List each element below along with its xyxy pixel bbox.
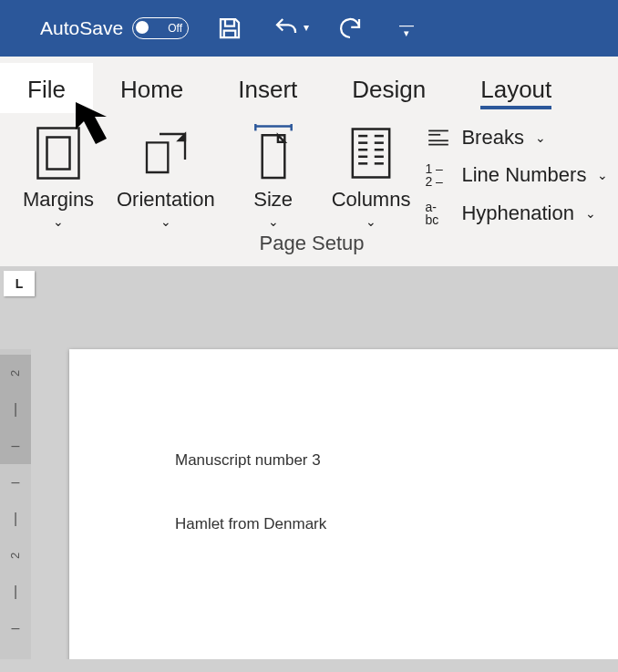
chevron-down-icon: ▾: [304, 21, 309, 34]
chevron-down-icon: ⌄: [585, 206, 596, 221]
breaks-label: Breaks: [461, 126, 523, 150]
ruler-mark: |: [14, 402, 17, 417]
svg-rect-1: [47, 138, 70, 170]
svg-rect-0: [38, 129, 79, 179]
page-setup-more: Breaks ⌄ 1 –2 – Line Numbers ⌄ a-bc Hyph…: [421, 122, 612, 228]
tab-stop-label: L: [15, 276, 24, 291]
autosave-toggle[interactable]: AutoSave Off: [40, 17, 189, 39]
hyphenation-label: Hyphenation: [461, 202, 574, 225]
orientation-button[interactable]: Orientation ⌄: [106, 122, 226, 228]
tab-design-label: Design: [352, 76, 426, 103]
tab-file[interactable]: File: [0, 63, 93, 113]
chevron-down-icon: ⌄: [160, 215, 171, 228]
customize-qat-icon[interactable]: —▾: [391, 13, 422, 44]
redo-icon[interactable]: [335, 13, 366, 44]
svg-rect-5: [353, 129, 389, 178]
columns-icon: [350, 122, 392, 184]
line-numbers-label: Line Numbers: [461, 163, 586, 187]
chevron-down-icon: ⌄: [366, 215, 376, 228]
tab-file-label: File: [27, 76, 66, 103]
autosave-state: Off: [168, 22, 182, 35]
margins-button[interactable]: Margins ⌄: [11, 122, 106, 228]
columns-label: Columns: [332, 188, 411, 212]
margins-label: Margins: [23, 188, 94, 212]
title-bar: AutoSave Off ▾ —▾: [0, 0, 618, 57]
ruler-mark: |: [14, 512, 17, 526]
size-icon: [252, 122, 294, 184]
document-page[interactable]: Manuscript number 3 Hamlet from Denmark: [69, 349, 618, 659]
line-numbers-button[interactable]: 1 –2 – Line Numbers ⌄: [425, 162, 608, 188]
tab-layout-label: Layout: [480, 76, 551, 103]
autosave-label: AutoSave: [40, 17, 123, 39]
document-line[interactable]: Manuscript number 3: [175, 451, 618, 470]
ruler-mark: |: [14, 584, 17, 599]
orientation-icon: [140, 122, 191, 184]
breaks-button[interactable]: Breaks ⌄: [425, 126, 608, 150]
line-numbers-icon: 1 –2 –: [425, 162, 452, 188]
tab-design[interactable]: Design: [324, 63, 453, 113]
document-area: 2 | – – | 2 | – Manuscript number 3 Haml…: [0, 295, 618, 659]
hyphenation-button[interactable]: a-bc Hyphenation ⌄: [425, 201, 608, 226]
document-line[interactable]: Hamlet from Denmark: [175, 515, 618, 533]
undo-icon: [271, 13, 302, 44]
chevron-down-icon: ⌄: [268, 215, 279, 228]
ruler-mark: –: [12, 621, 20, 636]
page-viewport: Manuscript number 3 Hamlet from Denmark: [31, 295, 618, 659]
tab-stop-selector[interactable]: L: [4, 271, 35, 296]
undo-button[interactable]: ▾: [271, 13, 309, 44]
orientation-label: Orientation: [117, 188, 215, 212]
tab-insert-label: Insert: [238, 76, 297, 103]
tab-home-label: Home: [120, 76, 183, 103]
chevron-down-icon: ⌄: [53, 215, 64, 228]
chevron-down-icon: ⌄: [535, 130, 546, 145]
ruler-mark: 2: [8, 369, 22, 376]
ruler-mark: –: [12, 475, 20, 490]
margins-icon: [35, 122, 82, 184]
hyphenation-icon: a-bc: [425, 201, 452, 226]
ribbon: Margins ⌄ Orientation ⌄ Size ⌄ Columns ⌄…: [0, 113, 618, 267]
ruler-row: L: [0, 267, 618, 295]
save-icon[interactable]: [214, 13, 245, 44]
size-button[interactable]: Size ⌄: [226, 122, 321, 228]
ruler-mark: 2: [8, 552, 22, 558]
tab-home[interactable]: Home: [93, 63, 211, 113]
tab-layout[interactable]: Layout: [453, 63, 579, 113]
chevron-down-icon: ⌄: [597, 168, 608, 182]
ribbon-group-name: Page Setup: [11, 232, 613, 255]
vertical-ruler[interactable]: 2 | – – | 2 | –: [0, 349, 31, 659]
columns-button[interactable]: Columns ⌄: [321, 122, 422, 228]
size-label: Size: [253, 188, 293, 212]
breaks-icon: [425, 128, 452, 148]
tab-insert[interactable]: Insert: [211, 63, 324, 113]
ribbon-tabs: File Home Insert Design Layout: [0, 57, 618, 113]
autosave-switch[interactable]: Off: [132, 17, 189, 39]
ruler-mark: –: [12, 439, 20, 453]
